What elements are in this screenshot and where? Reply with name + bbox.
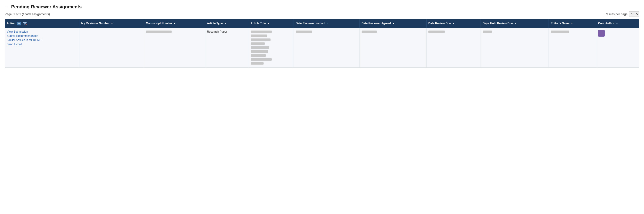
action-minus-button[interactable]: − (17, 22, 21, 26)
cell-article-type: Research Paper (205, 28, 249, 68)
corr-author-avatar (598, 30, 605, 37)
cell-date-reviewer-invited (294, 28, 360, 68)
sort-arrow-manuscript[interactable]: ▲ (174, 22, 176, 25)
cell-date-reviewer-agreed (360, 28, 426, 68)
col-date-reviewer-invited: Date Reviewer Invited ▼ (294, 19, 360, 28)
col-my-reviewer-number: My Reviewer Number ▲ (79, 19, 144, 28)
view-submission-link[interactable]: View Submission (7, 30, 77, 33)
cell-corr-author (596, 28, 639, 68)
similar-articles-link[interactable]: Similar Articles in MEDLINE (7, 39, 77, 42)
sort-arrow-date-due[interactable]: ▲ (452, 22, 454, 25)
results-per-page-select[interactable]: 10 25 50 (629, 12, 639, 17)
sort-arrow-days-until[interactable]: ▲ (514, 22, 516, 25)
sort-arrow-date-invited[interactable]: ▼ (326, 22, 328, 25)
cell-manuscript-number (144, 28, 205, 68)
sort-arrow-article-type[interactable]: ▲ (224, 22, 226, 25)
col-days-until-review-due: Days Until Review Due ▲ (481, 19, 549, 28)
assignments-table: Action − (5, 19, 639, 68)
sort-arrow-editors-name[interactable]: ▲ (571, 22, 573, 25)
back-button[interactable]: ← (5, 5, 9, 9)
col-action: Action − (5, 19, 79, 28)
table-row: View Submission Submit Recommendation Si… (5, 28, 639, 68)
cell-days-until-review-due (481, 28, 549, 68)
page-info: Page: 1 of 1 (1 total assignments) (5, 12, 50, 16)
action-links: View Submission Submit Recommendation Si… (7, 30, 77, 46)
cell-date-review-due (426, 28, 480, 68)
sort-arrow-date-agreed[interactable]: ▲ (392, 22, 395, 25)
col-date-reviewer-agreed: Date Reviewer Agreed ▲ (360, 19, 426, 28)
col-article-type: Article Type ▲ (205, 19, 249, 28)
page-title: Pending Reviewer Assignments (11, 4, 82, 10)
sort-arrow-corr-author[interactable]: ▲ (616, 22, 618, 25)
col-article-title: Article Title ▲ (249, 19, 294, 28)
cell-action: View Submission Submit Recommendation Si… (5, 28, 79, 68)
col-date-review-due: Date Review Due ▲ (426, 19, 480, 28)
col-editors-name: Editor's Name ▲ (549, 19, 596, 28)
cell-article-title (249, 28, 294, 68)
send-email-link[interactable]: Send E-mail (7, 43, 77, 46)
col-manuscript-number: Manuscript Number ▲ (144, 19, 205, 28)
filter-icon[interactable] (23, 22, 27, 25)
sort-arrow-article-title[interactable]: ▲ (267, 22, 270, 25)
cell-my-reviewer-number (79, 28, 144, 68)
action-label: Action (7, 22, 15, 26)
results-per-page-label: Results per page (605, 12, 628, 16)
col-corr-author: Corr. Author ▲ (596, 19, 639, 28)
cell-editors-name (549, 28, 596, 68)
submit-recommendation-link[interactable]: Submit Recommendation (7, 34, 77, 38)
sort-arrow-my-reviewer[interactable]: ▲ (111, 22, 113, 25)
